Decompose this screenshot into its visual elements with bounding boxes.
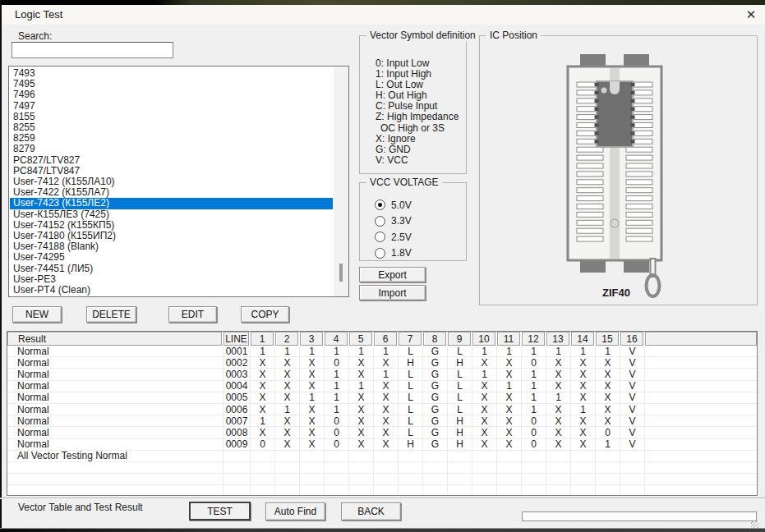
list-item[interactable]: 8259	[10, 133, 333, 144]
vector-symbol-groupbox: Vector Symbol definition 0: Input Low1: …	[359, 35, 467, 174]
list-item[interactable]: 7496	[10, 89, 333, 100]
list-item[interactable]: User-7422 (К155ЛА7)	[10, 187, 333, 198]
list-item[interactable]: User-74295	[10, 252, 333, 263]
export-button[interactable]: Export	[359, 267, 426, 282]
table-row[interactable]	[7, 485, 757, 496]
list-item[interactable]: 7495	[10, 79, 333, 89]
table-row[interactable]: Normal00090XX0XXHGHXX0XX1V	[7, 439, 757, 451]
list-item[interactable]: User-7423 (К155ЛЕ2)	[10, 198, 333, 209]
vcc-option[interactable]: 2.5V	[375, 229, 412, 245]
column-header[interactable]: 14	[571, 332, 594, 346]
value-cell: X	[251, 392, 275, 403]
line-cell: 0001	[224, 346, 251, 356]
new-button[interactable]: NEW	[12, 306, 62, 323]
list-item[interactable]: 8255	[10, 122, 333, 133]
line-cell: 0002	[224, 357, 251, 368]
column-header[interactable]: 10	[472, 332, 495, 346]
table-row[interactable]: Normal00071XX0XXLGHXX0XXXV	[7, 415, 757, 427]
window-bottom-border	[0, 529, 765, 532]
value-cell: X	[571, 392, 596, 403]
list-item[interactable]: User-7412 (К155ЛА10)	[10, 177, 333, 187]
result-cell: Normal	[7, 404, 224, 415]
value-cell: H	[448, 439, 472, 450]
column-header[interactable]: 9	[448, 332, 471, 346]
value-cell: V	[620, 427, 645, 438]
vcc-option[interactable]: 5.0V	[375, 197, 412, 213]
column-header[interactable]: 3	[300, 332, 323, 346]
list-item[interactable]: PC847/LTV847	[10, 166, 333, 177]
value-cell: H	[399, 357, 423, 368]
column-header[interactable]: 12	[522, 332, 545, 346]
close-icon[interactable]: ✕	[743, 7, 759, 23]
column-header[interactable]: 6	[374, 332, 397, 346]
value-cell: 1	[571, 404, 596, 415]
line-cell	[224, 474, 251, 484]
resize-grip-icon[interactable]	[751, 521, 758, 528]
table-row[interactable]: Normal0008XXX0XXLGHXX0XX0V	[7, 427, 757, 438]
chip-list-items: 74937495749674978155825582598279PC827/LT…	[10, 68, 333, 296]
auto-find-button[interactable]: Auto Find	[265, 502, 325, 521]
table-row[interactable]: Normal0003XXX1X1LGL1X1XXXV	[7, 369, 757, 380]
value-cell: X	[300, 381, 325, 392]
value-cell	[251, 451, 275, 461]
list-item[interactable]: 7497	[10, 101, 333, 112]
table-row[interactable]	[7, 462, 757, 474]
column-header[interactable]: 1	[251, 332, 274, 346]
list-item[interactable]: User-PE3	[10, 274, 333, 285]
window-title: Logic Test	[15, 8, 62, 21]
table-row[interactable]: Normal0006X1X1XXLGLXX1X1XV	[7, 404, 757, 415]
value-cell: X	[497, 392, 522, 403]
edit-button[interactable]: EDIT	[168, 306, 217, 323]
list-item[interactable]: User-74188 (Blank)	[10, 241, 333, 252]
value-cell: X	[546, 415, 571, 426]
column-header[interactable]: Result	[7, 332, 222, 346]
column-header[interactable]: 2	[275, 332, 298, 346]
delete-button[interactable]: DELETE	[86, 306, 136, 323]
table-row[interactable]	[7, 474, 757, 485]
list-item[interactable]: User-74152 (К155КП5)	[10, 220, 333, 231]
table-row[interactable]: Normal0002XXX0XXHGHXX0XXXV	[7, 357, 757, 369]
list-item[interactable]: 8279	[10, 144, 333, 154]
scrollbar-thumb[interactable]	[339, 264, 343, 282]
list-item[interactable]: 8155	[10, 112, 333, 122]
column-header[interactable]: 15	[596, 332, 619, 346]
vcc-option[interactable]: 1.8V	[375, 245, 412, 262]
table-row[interactable]: Normal0001111111LGL111111V	[7, 346, 757, 357]
value-cell	[374, 462, 399, 473]
vcc-option[interactable]: 3.3V	[375, 213, 412, 230]
radio-icon[interactable]	[375, 200, 385, 210]
column-header[interactable]: 16	[620, 332, 643, 346]
list-item[interactable]: User-PT4 (Clean)	[10, 285, 333, 296]
radio-icon[interactable]	[375, 248, 385, 259]
chip-listbox[interactable]: 74937495749674978155825582598279PC827/LT…	[8, 66, 349, 297]
column-header[interactable]	[645, 332, 757, 346]
column-header[interactable]: 4	[325, 332, 348, 346]
list-item[interactable]: User-74451 (ЛИ5)	[10, 264, 333, 274]
column-header[interactable]: LINE	[224, 332, 249, 346]
list-item[interactable]: PC827/LTV827	[10, 155, 333, 166]
column-header[interactable]: 11	[497, 332, 520, 346]
list-item[interactable]: 7493	[10, 68, 333, 79]
back-button[interactable]: BACK	[341, 502, 401, 521]
table-row[interactable]: Normal0004XXX11XLGLX11XXXV	[7, 381, 757, 392]
test-button[interactable]: TEST	[189, 502, 251, 521]
search-input[interactable]	[12, 42, 173, 58]
value-cell: V	[620, 369, 645, 379]
table-row[interactable]: All Vector Testing Normal	[7, 451, 757, 462]
column-header[interactable]: 7	[399, 332, 422, 346]
column-header[interactable]: 5	[349, 332, 372, 346]
list-item[interactable]: User-74180 (К155ИП2)	[10, 231, 333, 241]
value-cell	[374, 485, 399, 496]
column-header[interactable]: 8	[423, 332, 446, 346]
listbox-scrollbar[interactable]	[334, 66, 348, 296]
line-cell: 0009	[224, 439, 251, 450]
column-header[interactable]: 13	[546, 332, 569, 346]
value-cell: X	[546, 369, 571, 379]
list-item[interactable]: User-К155ЛЕ3 (7425)	[10, 209, 333, 220]
table-row[interactable]: Normal0005XX11XXLGLXX11XXV	[7, 392, 757, 404]
import-button[interactable]: Import	[359, 285, 426, 300]
radio-icon[interactable]	[375, 232, 385, 242]
value-cell: 1	[275, 346, 300, 356]
radio-icon[interactable]	[375, 216, 385, 227]
copy-button[interactable]: COPY	[241, 306, 289, 323]
